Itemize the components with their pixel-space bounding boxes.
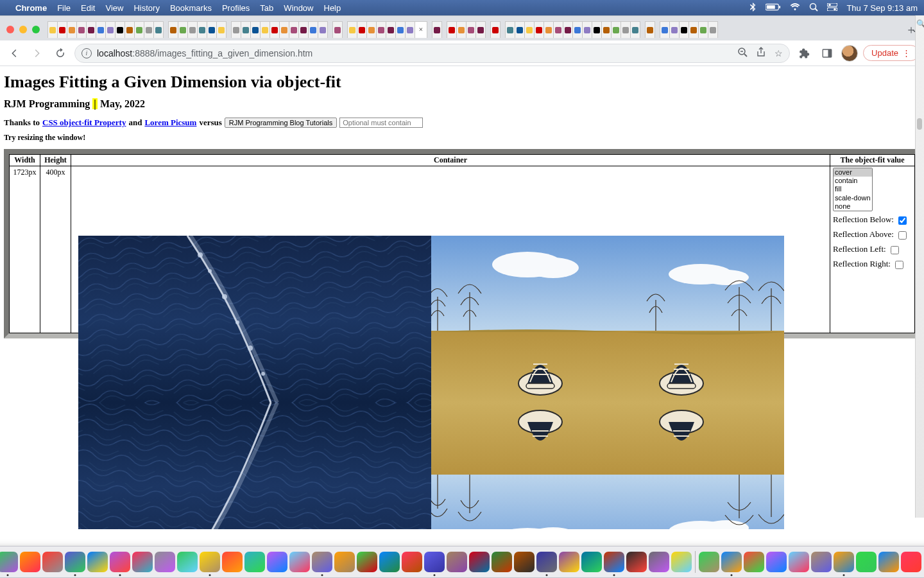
dock-app[interactable] xyxy=(267,552,287,572)
side-panel-icon[interactable] xyxy=(818,44,836,62)
dock-app[interactable] xyxy=(581,552,602,572)
tab[interactable] xyxy=(553,21,563,38)
tab[interactable] xyxy=(115,21,125,38)
tab[interactable] xyxy=(76,21,87,38)
site-info-icon[interactable]: i xyxy=(81,48,92,58)
tab[interactable] xyxy=(347,21,357,38)
dock-app[interactable] xyxy=(671,552,692,572)
dock-app[interactable] xyxy=(110,552,130,572)
tab[interactable] xyxy=(178,21,188,38)
reflection-right-checkbox[interactable] xyxy=(895,261,903,269)
tab[interactable] xyxy=(505,21,515,38)
dock-app[interactable] xyxy=(132,552,153,572)
dock-app[interactable] xyxy=(222,552,243,572)
profile-avatar[interactable] xyxy=(841,45,858,62)
right-scrollbar[interactable]: 🔍 xyxy=(915,15,924,518)
tab[interactable] xyxy=(698,21,708,38)
menu-edit[interactable]: Edit xyxy=(81,3,95,13)
tab[interactable] xyxy=(153,21,164,38)
tab[interactable] xyxy=(241,21,251,38)
reflection-above-checkbox[interactable] xyxy=(898,231,907,240)
tab[interactable] xyxy=(124,21,135,38)
wifi-icon[interactable] xyxy=(790,3,800,13)
menu-view[interactable]: View xyxy=(105,3,123,13)
dock-app[interactable] xyxy=(492,552,512,572)
tab[interactable] xyxy=(515,21,525,38)
update-button[interactable]: Update ⋮ xyxy=(863,45,919,61)
tab[interactable] xyxy=(134,21,144,38)
tab[interactable] xyxy=(572,21,583,38)
fullscreen-window[interactable] xyxy=(32,26,40,33)
tab[interactable] xyxy=(524,21,535,38)
omnibox[interactable]: i localhost:8888/images_fitting_a_given_… xyxy=(74,44,790,63)
tab[interactable] xyxy=(332,21,343,38)
tab[interactable] xyxy=(47,21,58,38)
tab[interactable] xyxy=(318,21,328,38)
menu-file[interactable]: File xyxy=(57,3,71,13)
dock-app[interactable] xyxy=(811,552,832,572)
tab[interactable] xyxy=(187,21,198,38)
bookmark-star-icon[interactable]: ☆ xyxy=(774,48,783,58)
dock-app[interactable] xyxy=(42,552,63,572)
tab-active[interactable]: × xyxy=(415,21,427,38)
tab[interactable] xyxy=(86,21,96,38)
clock[interactable]: Thu 7 Sep 9:13 am xyxy=(846,3,918,13)
tab[interactable] xyxy=(279,21,289,38)
dock-app[interactable] xyxy=(0,552,18,572)
tab[interactable] xyxy=(144,21,154,38)
share-icon[interactable] xyxy=(757,47,766,59)
tab[interactable] xyxy=(611,21,621,38)
control-center-icon[interactable] xyxy=(827,3,837,13)
dock-app[interactable] xyxy=(856,552,877,572)
dock-app[interactable] xyxy=(200,552,220,572)
tab[interactable] xyxy=(260,21,270,38)
tab[interactable] xyxy=(490,21,501,38)
bluetooth-icon[interactable] xyxy=(749,3,757,13)
tab[interactable] xyxy=(395,21,406,38)
tab[interactable] xyxy=(679,21,689,38)
tab[interactable] xyxy=(308,21,318,38)
dock-app[interactable] xyxy=(514,552,535,572)
zoom-icon[interactable] xyxy=(737,47,748,59)
dock-app[interactable] xyxy=(878,552,899,572)
dock-app[interactable] xyxy=(721,552,742,572)
tab[interactable] xyxy=(57,21,67,38)
link-lorem-picsum[interactable]: Lorem Picsum xyxy=(144,118,196,128)
menu-help[interactable]: Help xyxy=(324,3,341,13)
tab[interactable] xyxy=(708,21,718,38)
tab[interactable] xyxy=(376,21,386,38)
dock-app[interactable] xyxy=(289,552,310,572)
forward-button[interactable] xyxy=(28,44,46,62)
tab[interactable] xyxy=(466,21,476,38)
dock-app[interactable] xyxy=(312,552,332,572)
optional-contain-input[interactable] xyxy=(339,118,423,128)
dock-app[interactable] xyxy=(469,552,490,572)
tab[interactable] xyxy=(298,21,309,38)
app-name[interactable]: Chrome xyxy=(15,3,47,13)
dock-app[interactable] xyxy=(744,552,764,572)
tab[interactable] xyxy=(270,21,280,38)
dock-app[interactable] xyxy=(789,552,809,572)
tab[interactable] xyxy=(447,21,457,38)
tab[interactable] xyxy=(475,21,486,38)
reload-button[interactable] xyxy=(51,44,69,62)
dock-app[interactable] xyxy=(87,552,108,572)
tab[interactable] xyxy=(105,21,116,38)
menu-history[interactable]: History xyxy=(133,3,159,13)
tab[interactable] xyxy=(543,21,554,38)
tab[interactable] xyxy=(197,21,207,38)
dock-app[interactable] xyxy=(357,552,377,572)
tab[interactable] xyxy=(67,21,77,38)
tab[interactable] xyxy=(168,21,178,38)
dock-app[interactable] xyxy=(244,552,265,572)
menu-profiles[interactable]: Profiles xyxy=(222,3,250,13)
tab[interactable] xyxy=(630,21,640,38)
tab[interactable] xyxy=(96,21,106,38)
tab[interactable] xyxy=(216,21,227,38)
blog-tutorials-button[interactable]: RJM Programming Blog Tutorials xyxy=(225,118,337,128)
dock-app[interactable] xyxy=(604,552,624,572)
dock-app[interactable] xyxy=(649,552,669,572)
menu-bookmarks[interactable]: Bookmarks xyxy=(170,3,212,13)
menu-window[interactable]: Window xyxy=(284,3,313,13)
reflection-below-checkbox[interactable] xyxy=(898,216,907,225)
